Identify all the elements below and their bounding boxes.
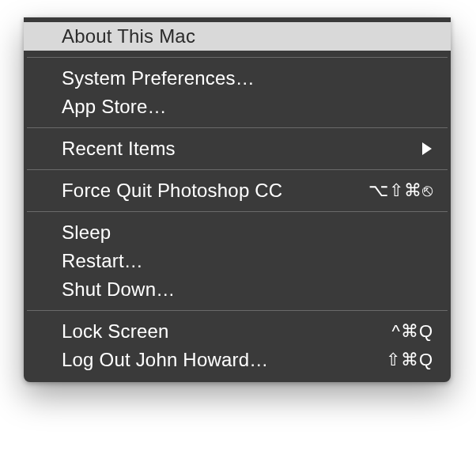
menu-item-sleep[interactable]: Sleep xyxy=(24,218,451,247)
menu-item-shortcut: ⌥⇧⌘⎋ xyxy=(368,176,433,205)
menu-separator xyxy=(27,127,448,128)
menu-item-label: About This Mac xyxy=(62,22,195,51)
menu-item-label: Shut Down… xyxy=(62,275,175,304)
menu-item-shortcut: ⇧⌘Q xyxy=(386,346,433,374)
menu-item-restart[interactable]: Restart… xyxy=(24,247,451,275)
menu-item-log-out[interactable]: Log Out John Howard… ⇧⌘Q xyxy=(24,346,451,374)
menu-separator xyxy=(27,211,448,212)
menu-item-label: Lock Screen xyxy=(62,317,169,346)
apple-menu: About This Mac System Preferences… App S… xyxy=(24,17,451,382)
menu-item-label: System Preferences… xyxy=(62,64,255,93)
menu-item-lock-screen[interactable]: Lock Screen ^⌘Q xyxy=(24,317,451,346)
submenu-arrow-icon xyxy=(422,142,433,155)
menu-item-label: Recent Items xyxy=(62,134,176,163)
menu-separator xyxy=(27,169,448,170)
menu-item-shut-down[interactable]: Shut Down… xyxy=(24,275,451,304)
menu-item-force-quit[interactable]: Force Quit Photoshop CC ⌥⇧⌘⎋ xyxy=(24,176,451,205)
menu-item-about-this-mac[interactable]: About This Mac xyxy=(24,22,451,51)
menu-item-label: Sleep xyxy=(62,218,111,247)
svg-marker-0 xyxy=(422,142,432,155)
menu-item-system-preferences[interactable]: System Preferences… xyxy=(24,64,451,93)
menu-item-shortcut: ^⌘Q xyxy=(392,317,433,346)
menu-item-label: Restart… xyxy=(62,247,143,275)
menu-item-app-store[interactable]: App Store… xyxy=(24,93,451,121)
menu-item-label: Log Out John Howard… xyxy=(62,346,268,374)
menu-separator xyxy=(27,310,448,311)
menu-item-recent-items[interactable]: Recent Items xyxy=(24,134,451,163)
menu-item-label: Force Quit Photoshop CC xyxy=(62,176,282,205)
menu-item-label: App Store… xyxy=(62,93,167,121)
menu-separator xyxy=(27,57,448,58)
